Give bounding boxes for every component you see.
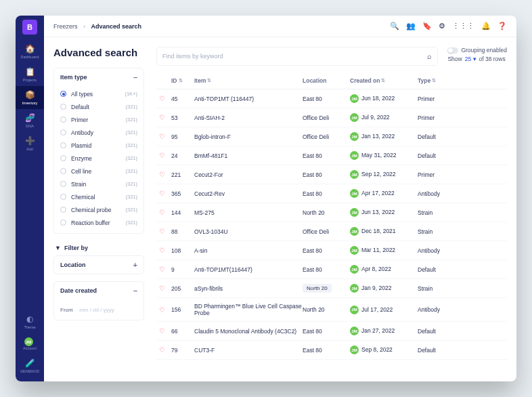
nav-account[interactable]: JMAccount [16, 333, 44, 354]
cell-id: 53 [171, 114, 194, 121]
bookmark-icon[interactable]: ♡ [159, 114, 171, 121]
avatar: JM [350, 170, 359, 179]
type-strain[interactable]: Strain(321) [60, 177, 137, 190]
bookmark-icon[interactable]: ♡ [159, 133, 171, 140]
nav-icon: 📦 [25, 90, 35, 100]
bookmark-icon[interactable]: ♡ [159, 171, 171, 178]
bookmark-icon[interactable]: ♡ [159, 95, 171, 102]
table-row[interactable]: ♡45Anti-TOP1MT (116447)East 80JMJun 18, … [156, 89, 507, 108]
date-header[interactable]: Date created – [54, 282, 143, 299]
search-icon[interactable]: ⌕ [427, 52, 432, 60]
col-type[interactable]: Type⇅ [418, 77, 458, 84]
nav-genemod[interactable]: 🧪GENEMOD [16, 354, 44, 377]
cell-type: Default [418, 266, 458, 273]
bookmark-icon[interactable]: ♡ [159, 190, 171, 197]
type-default[interactable]: Default(321) [60, 100, 137, 113]
bookmark-icon[interactable]: ♡ [159, 327, 171, 335]
type-chemical-probe[interactable]: Chemical probe(321) [60, 203, 137, 216]
cell-created: JMJan 13, 2022 [350, 132, 418, 141]
search-row: ⌕ Grouping enabled Show 25 ▾ of 38 rows [156, 47, 507, 66]
collapse-icon[interactable]: – [133, 73, 137, 81]
bookmark-icon[interactable]: ♡ [159, 152, 171, 159]
table-row[interactable]: ♡24BmMf-481F1East 80JMMay 31, 2022Defaul… [156, 146, 507, 165]
bookmark-icon[interactable]: ♡ [159, 346, 171, 354]
nav-dashboard[interactable]: 🏠Dashboard [16, 40, 44, 63]
cell-item: Bglob-intron-F [194, 133, 303, 140]
col-id[interactable]: ID⇅ [171, 77, 194, 84]
nav-theme[interactable]: ◐Theme [16, 310, 44, 333]
table-row[interactable]: ♡95Bglob-intron-FOffice DeliJMJan 13, 20… [156, 127, 507, 146]
app-logo[interactable]: B [22, 20, 37, 35]
page-size-select[interactable]: 25 ▾ [465, 56, 476, 62]
type-reaction-buffer[interactable]: Reaction buffer(321) [60, 216, 137, 229]
search-icon[interactable]: 🔍 [390, 22, 399, 30]
table-row[interactable]: ♡108A-sinEast 80JMMar 11, 2022Antibody [156, 241, 507, 260]
location-header[interactable]: Location + [54, 256, 143, 274]
type-primer[interactable]: Primer(321) [60, 113, 137, 126]
breadcrumb-current: Advanced search [91, 23, 142, 30]
type-cell-line[interactable]: Cell line(321) [60, 165, 137, 177]
table-row[interactable]: ♡221Cecut2-ForEast 80JMSep 12, 2022Prime… [156, 165, 507, 184]
type-plasmid[interactable]: Plasmid(321) [60, 139, 137, 152]
bookmark-icon[interactable]: ♡ [159, 228, 171, 235]
table-row[interactable]: ♡144MS-275North 20JMJun 13, 2022Strain [156, 203, 507, 222]
table-row[interactable]: ♡9Anti-TOP1MT(116447)East 80JMApr 8, 202… [156, 260, 507, 279]
avatar: JM [350, 327, 359, 335]
cell-id: 365 [171, 190, 194, 197]
col-item[interactable]: Item⇅ [194, 77, 303, 84]
nav-dna[interactable]: 🧬DNA [16, 109, 44, 132]
type-all-types[interactable]: All types(1K+) [60, 87, 137, 100]
cell-type: Strain [418, 209, 458, 216]
location-chip[interactable]: North 20 [303, 284, 332, 293]
breadcrumb-root[interactable]: Freezers [53, 23, 78, 30]
bookmark-icon[interactable]: ♡ [159, 247, 171, 254]
table-row[interactable]: ♡88OVL3-1034UOffice DeliJMDec 18, 2021St… [156, 222, 507, 241]
nav-add[interactable]: ➕Add [16, 132, 44, 155]
cell-location: East 80 [303, 96, 350, 102]
nav-inventory[interactable]: 📦Inventory [16, 86, 44, 109]
avatar: JM [350, 189, 359, 198]
nav-icon: 🧬 [25, 113, 35, 123]
bookmark-icon[interactable]: ♡ [159, 266, 171, 273]
team-icon[interactable]: 👥 [406, 22, 416, 30]
gear-icon[interactable]: ⚙ [439, 22, 445, 30]
bookmark-icon[interactable]: ♡ [159, 209, 171, 216]
apps-icon[interactable]: ⋮⋮⋮ [452, 22, 474, 30]
bell-icon[interactable]: 🔔 [481, 22, 491, 30]
cell-item: MS-275 [194, 209, 303, 216]
type-chemical[interactable]: Chemical(321) [60, 190, 137, 203]
table-row[interactable]: ♡365Cecut2-RevEast 80JMApr 17, 2022Antib… [156, 184, 507, 203]
item-type-header[interactable]: Item type – [54, 68, 143, 86]
type-enzyme[interactable]: Enzyme(321) [60, 152, 137, 165]
type-antibody[interactable]: Antibody(321) [60, 126, 137, 139]
table-row[interactable]: ♡205aSyn-fibrilsNorth 20JMJan 9, 2022Str… [156, 279, 507, 298]
cell-id: 221 [171, 171, 194, 178]
topbar: Freezers › Advanced search 🔍👥🔖⚙⋮⋮⋮🔔❓ [44, 16, 516, 37]
bookmark-icon[interactable]: ♡ [159, 285, 171, 292]
search-box[interactable]: ⌕ [156, 47, 438, 66]
breadcrumb[interactable]: Freezers › Advanced search [53, 23, 141, 30]
nav-projects[interactable]: 📋Projects [16, 63, 44, 86]
grouping-toggle[interactable] [447, 47, 458, 54]
expand-icon[interactable]: + [133, 261, 137, 269]
table-row[interactable]: ♡79CUT3-FEast 80JMSep 8, 2022Default [156, 341, 507, 360]
cell-type: Primer [418, 114, 458, 121]
col-created[interactable]: Created on⇅ [350, 77, 418, 84]
collapse-icon[interactable]: – [133, 287, 137, 295]
col-location[interactable]: Location [303, 77, 350, 84]
radio-icon [60, 117, 66, 123]
radio-icon [60, 194, 66, 200]
table-row[interactable]: ♡66Claudin 5 Monoclonal Antibody (4C3C2)… [156, 322, 507, 341]
table-row[interactable]: ♡156BD Pharmingen™ Blue Live Cell Caspas… [156, 298, 507, 322]
search-input[interactable] [162, 53, 427, 60]
bookmark-icon[interactable]: 🔖 [422, 22, 432, 30]
date-from-input[interactable]: mm / dd / yyyy [79, 307, 114, 313]
bookmark-icon[interactable]: ♡ [159, 306, 171, 314]
cell-id: 88 [171, 228, 194, 235]
help-icon[interactable]: ❓ [497, 22, 507, 30]
table-row[interactable]: ♡53Anti-SIAH-2Office DeliJMJul 9, 2022Pr… [156, 108, 507, 127]
cell-created: JMMar 11, 2022 [350, 246, 418, 255]
cell-location: East 80 [303, 347, 350, 354]
app-window: B 🏠Dashboard📋Projects📦Inventory🧬DNA➕Add … [16, 16, 516, 381]
cell-created: JMJul 9, 2022 [350, 113, 418, 122]
